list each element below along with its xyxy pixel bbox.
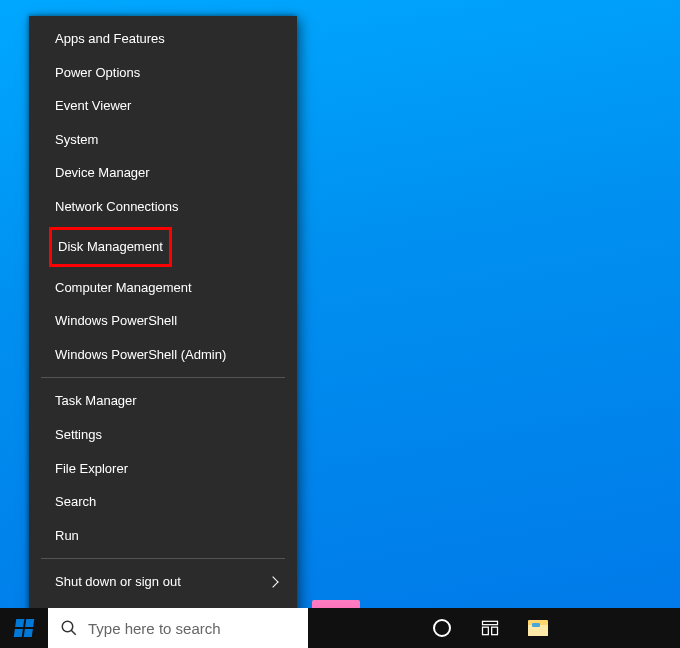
search-icon bbox=[60, 619, 78, 637]
menu-item-task-manager[interactable]: Task Manager bbox=[29, 384, 297, 418]
menu-separator bbox=[41, 377, 285, 378]
svg-rect-3 bbox=[483, 621, 498, 624]
task-view-button[interactable] bbox=[466, 608, 514, 648]
svg-line-2 bbox=[71, 630, 76, 635]
menu-item-settings[interactable]: Settings bbox=[29, 418, 297, 452]
menu-item-computer-management[interactable]: Computer Management bbox=[29, 271, 297, 305]
menu-item-apps-features[interactable]: Apps and Features bbox=[29, 22, 297, 56]
taskbar-search-box[interactable]: Type here to search bbox=[48, 608, 308, 648]
menu-item-disk-management[interactable]: Disk Management bbox=[49, 227, 172, 267]
menu-item-run[interactable]: Run bbox=[29, 519, 297, 553]
svg-point-1 bbox=[62, 621, 73, 632]
menu-item-power-options[interactable]: Power Options bbox=[29, 56, 297, 90]
svg-rect-5 bbox=[492, 627, 498, 635]
winx-context-menu: Apps and Features Power Options Event Vi… bbox=[29, 16, 297, 638]
start-button[interactable] bbox=[0, 608, 48, 648]
file-explorer-button[interactable] bbox=[514, 608, 562, 648]
folder-icon bbox=[528, 620, 548, 636]
svg-rect-4 bbox=[483, 627, 489, 635]
menu-item-shutdown-signout[interactable]: Shut down or sign out bbox=[29, 565, 297, 599]
menu-item-network-connections[interactable]: Network Connections bbox=[29, 190, 297, 224]
cortana-button[interactable] bbox=[418, 608, 466, 648]
menu-separator bbox=[41, 558, 285, 559]
cortana-circle-icon bbox=[433, 619, 451, 637]
menu-item-device-manager[interactable]: Device Manager bbox=[29, 156, 297, 190]
menu-item-windows-powershell[interactable]: Windows PowerShell bbox=[29, 304, 297, 338]
taskbar: Type here to search bbox=[0, 608, 680, 648]
menu-item-event-viewer[interactable]: Event Viewer bbox=[29, 89, 297, 123]
taskbar-icons bbox=[358, 608, 562, 648]
desktop-background: Apps and Features Power Options Event Vi… bbox=[0, 0, 680, 648]
task-view-icon bbox=[480, 618, 500, 638]
search-placeholder: Type here to search bbox=[88, 620, 221, 637]
menu-item-windows-powershell-admin[interactable]: Windows PowerShell (Admin) bbox=[29, 338, 297, 372]
menu-item-search[interactable]: Search bbox=[29, 485, 297, 519]
menu-item-system[interactable]: System bbox=[29, 123, 297, 157]
menu-item-file-explorer[interactable]: File Explorer bbox=[29, 452, 297, 486]
windows-logo-icon bbox=[14, 619, 35, 637]
